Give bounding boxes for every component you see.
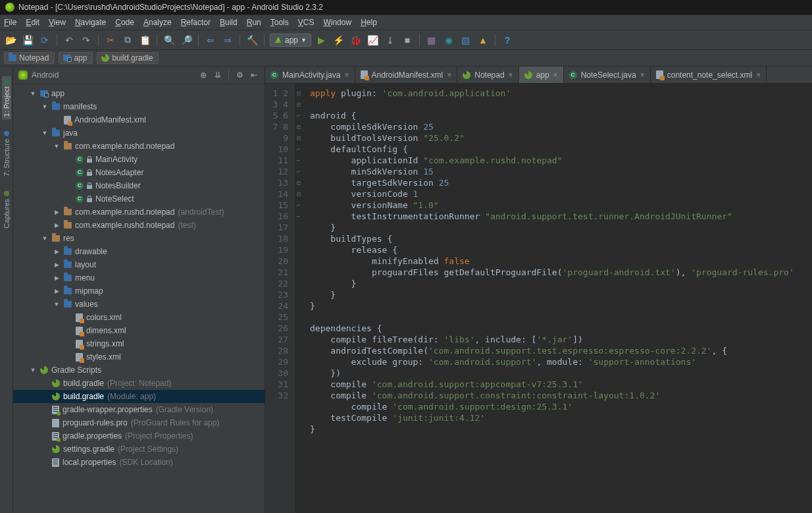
- tree-item[interactable]: ▶com.example.rushd.notepad (androidTest): [13, 205, 265, 219]
- collapse-all-icon[interactable]: ⇊: [213, 70, 223, 80]
- tree-item[interactable]: ▶com.example.rushd.notepad (test): [13, 219, 265, 232]
- layout-inspector-icon[interactable]: ▧: [459, 34, 472, 47]
- gear-icon[interactable]: ⚙: [234, 70, 245, 80]
- menu-code[interactable]: Code: [115, 18, 134, 27]
- close-icon[interactable]: ×: [756, 70, 761, 80]
- menu-tools[interactable]: Tools: [270, 18, 289, 27]
- project-view-mode[interactable]: Android: [32, 70, 194, 80]
- tree-item[interactable]: ▸build.gradle (Project: Notepad): [13, 377, 265, 390]
- hide-icon[interactable]: ⇤: [249, 70, 259, 80]
- chevron-right-icon[interactable]: ▶: [53, 288, 61, 294]
- close-icon[interactable]: ×: [447, 70, 451, 80]
- tree-item[interactable]: ▸gradle-wrapper.properties (Gradle Versi…: [13, 403, 265, 416]
- sync-icon[interactable]: ⟳: [38, 34, 51, 47]
- chevron-down-icon[interactable]: ▼: [41, 103, 49, 110]
- breadcrumb-build-gradle[interactable]: build.gradle: [97, 52, 159, 64]
- breadcrumb-notepad[interactable]: Notepad: [4, 52, 55, 64]
- editor-tab[interactable]: CNoteSelect.java×: [564, 67, 651, 83]
- tree-item[interactable]: ▼java: [13, 126, 265, 140]
- redo-icon[interactable]: ↷: [80, 34, 93, 47]
- editor-tab[interactable]: AndroidManifest.xml×: [355, 67, 458, 83]
- tree-item[interactable]: ▸CMainActivity: [13, 153, 265, 166]
- chevron-down-icon[interactable]: ▼: [29, 90, 37, 97]
- menu-view[interactable]: View: [49, 18, 66, 27]
- tree-item[interactable]: ▶drawable: [13, 245, 265, 258]
- menu-help[interactable]: Help: [361, 18, 377, 27]
- open-icon[interactable]: 📂: [4, 34, 17, 47]
- tree-item[interactable]: ▸local.properties (SDK Location): [13, 456, 265, 469]
- editor-tab[interactable]: content_note_select.xml×: [651, 67, 767, 83]
- find-icon[interactable]: 🔍: [163, 34, 176, 47]
- forward-icon[interactable]: ⇒: [221, 34, 234, 47]
- menu-window[interactable]: Window: [323, 18, 351, 27]
- tree-item[interactable]: ▸styles.xml: [13, 350, 265, 364]
- chevron-down-icon[interactable]: ▼: [53, 143, 61, 149]
- menu-edit[interactable]: Edit: [26, 18, 39, 27]
- tree-item[interactable]: ▸AndroidManifest.xml: [13, 113, 265, 126]
- chevron-down-icon[interactable]: ▼: [41, 130, 49, 136]
- chevron-down-icon[interactable]: ▼: [53, 301, 61, 308]
- save-icon[interactable]: 💾: [21, 34, 34, 47]
- tree-item[interactable]: ▼manifests: [13, 100, 265, 113]
- fold-column[interactable]: ⊟ ⊟ ⌐ ⊟ ⊟ ⌐ ⌐ ⌐ ⊟ ⊟ ⌐ ⌐: [294, 84, 303, 513]
- chevron-right-icon[interactable]: ▶: [53, 261, 61, 268]
- menu-navigate[interactable]: Navigate: [75, 18, 106, 27]
- undo-icon[interactable]: ↶: [63, 34, 76, 47]
- help-icon[interactable]: ?: [501, 34, 514, 47]
- tool-tab-structure[interactable]: 7: Structure: [2, 128, 11, 179]
- run-icon[interactable]: ▶: [315, 34, 328, 47]
- tree-item[interactable]: ▸colors.xml: [13, 311, 265, 324]
- stop-icon[interactable]: ■: [401, 34, 414, 47]
- tree-item[interactable]: ▶menu: [13, 271, 265, 284]
- avd-manager-icon[interactable]: ▦: [425, 34, 438, 47]
- menu-vcs[interactable]: VCS: [298, 18, 315, 27]
- editor-tab[interactable]: app×: [519, 67, 564, 83]
- tree-item[interactable]: ▼Gradle Scripts: [13, 364, 265, 377]
- tree-item[interactable]: ▼res: [13, 232, 265, 245]
- chevron-right-icon[interactable]: ▶: [53, 209, 61, 215]
- chevron-right-icon[interactable]: ▶: [53, 248, 61, 255]
- sdk-manager-icon[interactable]: ◉: [442, 34, 455, 47]
- tool-tab-project[interactable]: 1: Project: [2, 76, 11, 119]
- back-icon[interactable]: ⇐: [204, 34, 217, 47]
- android-monitor-icon[interactable]: ▲: [476, 34, 490, 47]
- tree-item[interactable]: ▸gradle.properties (Project Properties): [13, 429, 265, 443]
- project-tree[interactable]: ▼app▼manifests▸AndroidManifest.xml▼java▼…: [13, 84, 265, 513]
- attach-debugger-icon[interactable]: ⤓: [384, 34, 397, 47]
- run-config-selector[interactable]: app ▼: [270, 34, 311, 47]
- editor-tab[interactable]: CMainActivity.java×: [265, 67, 355, 83]
- tree-item[interactable]: ▶mipmap: [13, 284, 265, 298]
- editor-tab[interactable]: Notepad×: [457, 67, 519, 83]
- tree-item[interactable]: ▶layout: [13, 258, 265, 271]
- paste-icon[interactable]: 📋: [138, 34, 151, 47]
- close-icon[interactable]: ×: [344, 70, 349, 80]
- tree-item[interactable]: ▸proguard-rules.pro (ProGuard Rules for …: [13, 416, 265, 429]
- tree-item[interactable]: ▸CNotesAdapter: [13, 166, 265, 179]
- menu-refactor[interactable]: Refactor: [181, 18, 211, 27]
- tree-item[interactable]: ▸CNotesBuilder: [13, 179, 265, 192]
- tree-item[interactable]: ▼com.example.rushd.notepad: [13, 140, 265, 153]
- breadcrumb-app[interactable]: app: [59, 52, 93, 64]
- chevron-right-icon[interactable]: ▶: [53, 222, 61, 229]
- tree-item[interactable]: ▸strings.xml: [13, 337, 265, 350]
- chevron-right-icon[interactable]: ▶: [53, 275, 61, 281]
- profile-icon[interactable]: 📈: [367, 34, 380, 47]
- tree-item[interactable]: ▸settings.gradle (Project Settings): [13, 443, 265, 456]
- menu-build[interactable]: Build: [220, 18, 238, 27]
- menu-run[interactable]: Run: [247, 18, 261, 27]
- menu-analyze[interactable]: Analyze: [143, 18, 172, 27]
- apply-changes-icon[interactable]: ⚡: [332, 34, 345, 47]
- scroll-from-source-icon[interactable]: ⊕: [198, 70, 209, 80]
- tree-item[interactable]: ▼values: [13, 298, 265, 311]
- chevron-down-icon[interactable]: ▼: [29, 367, 37, 373]
- close-icon[interactable]: ×: [553, 70, 558, 80]
- tree-item[interactable]: ▼app: [13, 87, 265, 100]
- make-project-icon[interactable]: 🔨: [245, 34, 259, 47]
- cut-icon[interactable]: ✂: [104, 34, 117, 47]
- debug-icon[interactable]: 🐞: [349, 34, 363, 47]
- tree-item[interactable]: ▸dimens.xml: [13, 324, 265, 337]
- tool-tab-captures[interactable]: Captures: [2, 188, 11, 231]
- tree-item[interactable]: ▸CNoteSelect: [13, 192, 265, 205]
- close-icon[interactable]: ×: [509, 70, 513, 80]
- code-area[interactable]: apply plugin: 'com.android.application' …: [303, 84, 812, 513]
